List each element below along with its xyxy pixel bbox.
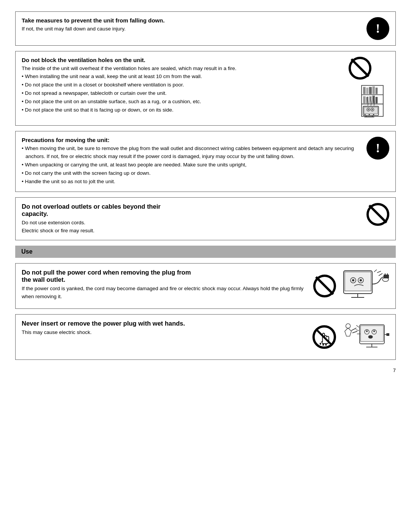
falling-content: Take measures to prevent the unit from f…	[22, 17, 360, 33]
moving-body: When moving the unit, be sure to remove …	[22, 145, 360, 186]
page-number: 7	[15, 367, 396, 373]
power-cord-icon-area	[313, 269, 389, 303]
svg-rect-14	[364, 107, 378, 114]
list-item: When moving the unit, be sure to remove …	[22, 145, 360, 161]
svg-line-39	[379, 273, 382, 276]
svg-rect-59	[386, 333, 389, 336]
svg-point-18	[371, 109, 373, 110]
wet-hands-section: Never insert or remove the power plug wi…	[15, 314, 396, 360]
svg-point-40	[320, 343, 321, 345]
falling-icon-area: !	[366, 17, 389, 40]
overload-body-line1: Do not use extension cords.	[22, 219, 360, 227]
svg-point-41	[322, 344, 324, 346]
wet-hands-icon-area	[312, 320, 389, 354]
falling-section: Take measures to prevent the unit from f…	[15, 11, 396, 46]
moving-section: Precautions for moving the unit: When mo…	[15, 131, 396, 192]
power-cord-illustration	[340, 269, 389, 303]
wet-hands-content: Never insert or remove the power plug wi…	[22, 320, 306, 337]
warning-icon-moving: !	[366, 137, 389, 160]
list-item: Do not spread a newspaper, tablecloth or…	[22, 89, 324, 97]
svg-point-22	[364, 114, 365, 115]
svg-line-37	[374, 270, 377, 272]
moving-content: Precautions for moving the unit: When mo…	[22, 137, 360, 186]
svg-rect-47	[361, 326, 384, 342]
svg-point-24	[373, 114, 374, 115]
svg-line-56	[356, 330, 359, 331]
moving-title: Precautions for moving the unit:	[22, 137, 360, 143]
list-item: Do not place the unit in a closet or boo…	[22, 81, 324, 89]
ventilation-section: Do not block the ventilation holes on th…	[15, 51, 396, 126]
ventilation-content: Do not block the ventilation holes on th…	[22, 57, 324, 115]
overload-body-line2: Electric shock or fire may result.	[22, 227, 360, 235]
svg-rect-12	[375, 97, 378, 103]
ventilation-illustration	[335, 82, 385, 120]
list-item: Do not place the unit so that it is faci…	[22, 106, 324, 114]
svg-point-51	[373, 331, 375, 332]
overload-icon-area	[366, 203, 389, 226]
power-cord-section: Do not pull the power cord when removing…	[15, 263, 396, 309]
list-item: Do not carry the unit with the screen fa…	[22, 169, 360, 177]
no-hand-icon	[312, 325, 336, 349]
power-cord-title: Do not pull the power cord when removing…	[22, 269, 307, 283]
ventilation-body: The inside of the unit will overheat if …	[22, 65, 324, 114]
svg-rect-4	[366, 88, 368, 94]
ventilation-icon-area	[330, 57, 389, 120]
overload-body: Do not use extension cords. Electric sho…	[22, 219, 360, 235]
list-item: Handle the unit so as not to jolt the un…	[22, 178, 360, 186]
moving-list: When moving the unit, be sure to remove …	[22, 145, 360, 186]
ventilation-intro: The inside of the unit will overheat if …	[22, 65, 324, 73]
no-symbol-icon-power	[313, 275, 336, 297]
no-symbol-icon	[349, 57, 371, 80]
svg-point-42	[325, 344, 327, 346]
svg-line-55	[356, 326, 359, 328]
svg-point-28	[352, 279, 354, 281]
wet-hands-body: This may cause electric shock.	[22, 329, 306, 337]
overload-title: Do not overload outlets or cables beyond…	[22, 203, 360, 217]
power-cord-body: If the power cord is yanked, the cord ma…	[22, 285, 307, 301]
svg-point-23	[368, 114, 370, 115]
svg-point-30	[360, 279, 362, 281]
svg-rect-7	[375, 88, 378, 94]
warning-icon: !	[366, 17, 389, 40]
wet-hands-title: Never insert or remove the power plug wi…	[22, 320, 306, 327]
use-header-text: Use	[21, 248, 32, 255]
falling-body: If not, the unit may fall down and cause…	[22, 25, 360, 33]
power-cord-content: Do not pull the power cord when removing…	[22, 269, 307, 301]
svg-rect-3	[363, 87, 366, 94]
moving-icon-area: !	[366, 137, 389, 160]
svg-line-45	[352, 331, 357, 333]
no-symbol-icon-overload	[366, 203, 389, 226]
svg-rect-26	[345, 272, 371, 291]
svg-line-38	[377, 271, 381, 273]
svg-line-44	[351, 328, 356, 331]
svg-rect-5	[369, 87, 371, 94]
svg-point-16	[368, 109, 369, 110]
svg-rect-6	[372, 86, 375, 94]
svg-point-49	[366, 331, 368, 332]
wet-hands-illustration	[340, 320, 389, 354]
ventilation-list: When installing the unit near a wall, ke…	[22, 73, 324, 114]
ventilation-title: Do not block the ventilation holes on th…	[22, 57, 324, 63]
list-item: When installing the unit near a wall, ke…	[22, 73, 324, 81]
falling-title: Take measures to prevent the unit from f…	[22, 17, 360, 24]
use-header: Use	[15, 246, 396, 258]
svg-rect-8	[363, 96, 366, 104]
list-item: When unpacking or carrying the unit, at …	[22, 161, 360, 169]
overload-content: Do not overload outlets or cables beyond…	[22, 203, 360, 235]
svg-point-43	[346, 324, 350, 328]
list-item: Do not place the unit on an unstable sur…	[22, 98, 324, 106]
svg-point-52	[368, 335, 373, 339]
overload-section: Do not overload outlets or cables beyond…	[15, 197, 396, 241]
